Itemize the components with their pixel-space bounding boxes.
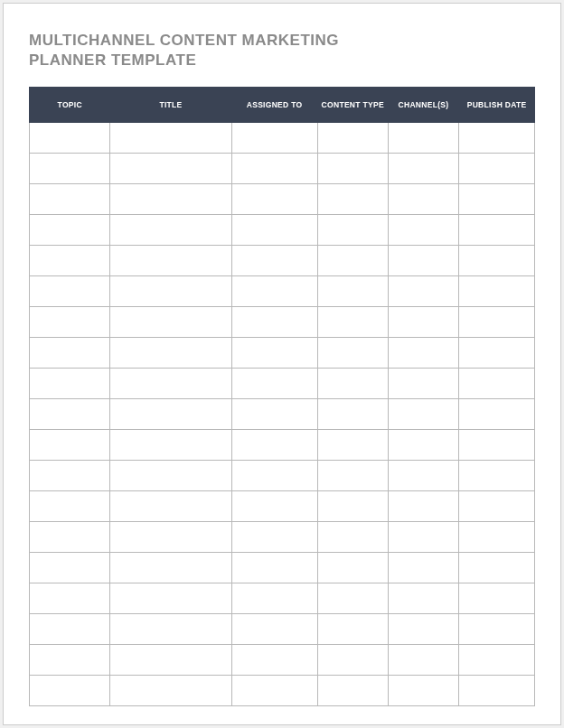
table-cell[interactable]: [110, 645, 231, 676]
table-cell[interactable]: [110, 246, 231, 276]
table-cell[interactable]: [388, 461, 458, 491]
table-cell[interactable]: [317, 338, 388, 369]
table-cell[interactable]: [30, 553, 110, 583]
table-cell[interactable]: [459, 614, 535, 645]
table-cell[interactable]: [30, 123, 110, 154]
table-cell[interactable]: [231, 215, 317, 246]
table-cell[interactable]: [110, 522, 231, 553]
table-cell[interactable]: [317, 553, 388, 583]
table-cell[interactable]: [110, 461, 231, 491]
table-cell[interactable]: [231, 614, 317, 645]
table-cell[interactable]: [317, 123, 388, 154]
table-cell[interactable]: [459, 399, 535, 430]
table-cell[interactable]: [110, 154, 231, 184]
table-cell[interactable]: [231, 246, 317, 276]
table-cell[interactable]: [388, 123, 458, 154]
table-cell[interactable]: [388, 215, 458, 246]
table-cell[interactable]: [231, 553, 317, 583]
table-cell[interactable]: [110, 307, 231, 338]
table-cell[interactable]: [317, 522, 388, 553]
table-cell[interactable]: [317, 246, 388, 276]
table-cell[interactable]: [231, 491, 317, 522]
table-cell[interactable]: [388, 614, 458, 645]
table-cell[interactable]: [317, 430, 388, 461]
table-cell[interactable]: [459, 522, 535, 553]
table-cell[interactable]: [388, 307, 458, 338]
table-cell[interactable]: [231, 154, 317, 184]
table-cell[interactable]: [317, 676, 388, 706]
table-cell[interactable]: [231, 461, 317, 491]
table-cell[interactable]: [30, 645, 110, 676]
table-cell[interactable]: [459, 430, 535, 461]
table-cell[interactable]: [110, 276, 231, 307]
table-cell[interactable]: [459, 307, 535, 338]
table-cell[interactable]: [231, 430, 317, 461]
table-cell[interactable]: [30, 614, 110, 645]
table-cell[interactable]: [231, 369, 317, 399]
table-cell[interactable]: [459, 461, 535, 491]
table-cell[interactable]: [231, 338, 317, 369]
table-cell[interactable]: [30, 399, 110, 430]
table-cell[interactable]: [30, 184, 110, 215]
table-cell[interactable]: [110, 184, 231, 215]
table-cell[interactable]: [231, 307, 317, 338]
table-cell[interactable]: [30, 369, 110, 399]
table-cell[interactable]: [459, 491, 535, 522]
table-cell[interactable]: [388, 154, 458, 184]
table-cell[interactable]: [30, 461, 110, 491]
table-cell[interactable]: [459, 184, 535, 215]
table-cell[interactable]: [231, 123, 317, 154]
table-cell[interactable]: [30, 338, 110, 369]
table-cell[interactable]: [110, 123, 231, 154]
table-cell[interactable]: [30, 676, 110, 706]
table-cell[interactable]: [110, 614, 231, 645]
table-cell[interactable]: [388, 184, 458, 215]
table-cell[interactable]: [459, 676, 535, 706]
table-cell[interactable]: [317, 461, 388, 491]
table-cell[interactable]: [317, 614, 388, 645]
table-cell[interactable]: [388, 276, 458, 307]
table-cell[interactable]: [459, 645, 535, 676]
table-cell[interactable]: [317, 154, 388, 184]
table-cell[interactable]: [317, 399, 388, 430]
table-cell[interactable]: [231, 676, 317, 706]
table-cell[interactable]: [30, 276, 110, 307]
table-cell[interactable]: [388, 676, 458, 706]
table-cell[interactable]: [30, 430, 110, 461]
table-cell[interactable]: [388, 369, 458, 399]
table-cell[interactable]: [459, 369, 535, 399]
table-cell[interactable]: [388, 246, 458, 276]
table-cell[interactable]: [388, 645, 458, 676]
table-cell[interactable]: [110, 553, 231, 583]
table-cell[interactable]: [317, 583, 388, 614]
table-cell[interactable]: [388, 522, 458, 553]
table-cell[interactable]: [110, 676, 231, 706]
table-cell[interactable]: [388, 399, 458, 430]
table-cell[interactable]: [30, 215, 110, 246]
table-cell[interactable]: [317, 307, 388, 338]
table-cell[interactable]: [388, 583, 458, 614]
table-cell[interactable]: [231, 522, 317, 553]
table-cell[interactable]: [317, 276, 388, 307]
table-cell[interactable]: [110, 338, 231, 369]
table-cell[interactable]: [30, 246, 110, 276]
table-cell[interactable]: [317, 645, 388, 676]
table-cell[interactable]: [231, 583, 317, 614]
table-cell[interactable]: [30, 307, 110, 338]
table-cell[interactable]: [231, 645, 317, 676]
table-cell[interactable]: [459, 338, 535, 369]
table-cell[interactable]: [30, 491, 110, 522]
table-cell[interactable]: [317, 215, 388, 246]
table-cell[interactable]: [110, 399, 231, 430]
table-cell[interactable]: [459, 553, 535, 583]
table-cell[interactable]: [30, 583, 110, 614]
table-cell[interactable]: [459, 123, 535, 154]
table-cell[interactable]: [388, 338, 458, 369]
table-cell[interactable]: [231, 399, 317, 430]
table-cell[interactable]: [231, 276, 317, 307]
table-cell[interactable]: [459, 276, 535, 307]
table-cell[interactable]: [30, 522, 110, 553]
table-cell[interactable]: [110, 369, 231, 399]
table-cell[interactable]: [459, 583, 535, 614]
table-cell[interactable]: [459, 154, 535, 184]
